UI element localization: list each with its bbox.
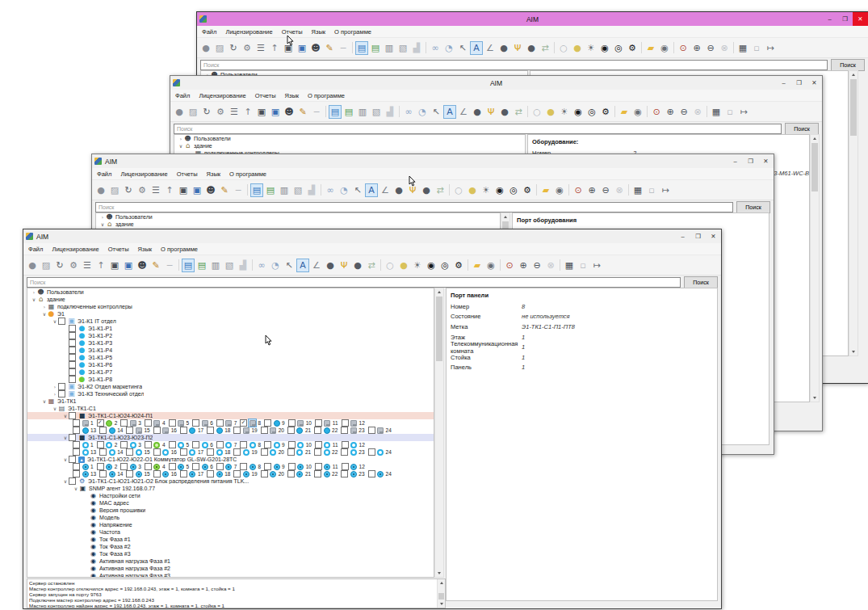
clipboard-icon[interactable]: ▧ bbox=[370, 105, 383, 119]
port-checkbox[interactable] bbox=[315, 441, 322, 448]
edit-pencil-icon[interactable]: ✎ bbox=[149, 259, 162, 272]
menu-item-Язык[interactable]: Язык bbox=[285, 92, 300, 99]
tree-node[interactable]: ›☻Пользователи bbox=[27, 288, 434, 296]
port-item[interactable]: 8 bbox=[240, 419, 261, 427]
zoom-in-icon[interactable]: ⊕ bbox=[517, 259, 530, 272]
port-checkbox[interactable] bbox=[287, 448, 295, 456]
tree-expander[interactable]: ∨ bbox=[73, 486, 79, 491]
port-item[interactable]: 22 bbox=[314, 470, 338, 477]
tree-expander[interactable]: › bbox=[31, 289, 37, 295]
port-item[interactable]: 5 bbox=[169, 441, 190, 448]
port-checkbox[interactable] bbox=[264, 441, 271, 448]
port-checkbox[interactable] bbox=[287, 427, 295, 434]
battery-icon[interactable]: ▤ bbox=[182, 259, 195, 272]
exit-icon[interactable]: ↦ bbox=[659, 183, 672, 197]
port-item[interactable]: 12 bbox=[342, 463, 365, 470]
tree-node[interactable]: ●Э1-К1-Р5 bbox=[27, 354, 434, 361]
port-checkbox[interactable] bbox=[341, 427, 348, 434]
port-item[interactable]: 14 bbox=[99, 470, 123, 477]
tree-node[interactable]: ∨●Э1 bbox=[27, 310, 434, 318]
clipboard-icon[interactable]: ▧ bbox=[223, 259, 236, 272]
port-checkbox[interactable] bbox=[314, 427, 321, 434]
wrench-yellow-icon[interactable]: Ψ bbox=[484, 105, 497, 119]
port-item[interactable]: 21 bbox=[287, 470, 311, 477]
search-input[interactable] bbox=[174, 124, 782, 134]
zoom-out-icon[interactable]: ⊖ bbox=[599, 183, 612, 197]
zoom-out-icon[interactable]: ⊖ bbox=[530, 259, 543, 272]
port-checkbox[interactable] bbox=[120, 419, 128, 427]
scroll-down-icon[interactable] bbox=[849, 348, 858, 355]
upload-icon[interactable]: ↑ bbox=[268, 41, 281, 55]
minimize-button[interactable]: – bbox=[776, 76, 791, 90]
doc-copy-icon[interactable]: ▥ bbox=[383, 41, 396, 55]
port-checkbox[interactable] bbox=[287, 470, 295, 477]
user-icon[interactable]: ☻ bbox=[204, 183, 217, 197]
tree-node[interactable]: ›☻Пользователи bbox=[174, 135, 525, 142]
titlebar[interactable]: AIM – ❐ ✕ bbox=[23, 229, 721, 243]
list-icon[interactable]: ☰ bbox=[254, 41, 267, 55]
refresh-icon[interactable]: ↻ bbox=[122, 183, 135, 197]
cursor-box-icon[interactable]: ↖ bbox=[456, 41, 469, 55]
maximize-button[interactable]: ❐ bbox=[791, 76, 807, 90]
scroll-down-icon[interactable] bbox=[438, 600, 445, 608]
tree-node[interactable]: ●Э1-К1-Р3 bbox=[27, 339, 434, 347]
port-item[interactable]: 19 bbox=[233, 470, 257, 477]
folder-yellow-icon[interactable]: ▰ bbox=[644, 41, 657, 55]
port-item[interactable]: 14 bbox=[99, 448, 123, 456]
folder-yellow-icon[interactable]: ▰ bbox=[539, 183, 552, 197]
scroll-up-icon[interactable] bbox=[501, 213, 509, 221]
menu-item-Файл[interactable]: Файл bbox=[175, 92, 190, 99]
list-icon[interactable]: ☰ bbox=[228, 105, 241, 119]
port-item[interactable]: 15 bbox=[126, 448, 149, 456]
port-item[interactable]: 12 bbox=[342, 419, 365, 427]
cursor-box-icon[interactable]: ↖ bbox=[283, 259, 296, 272]
refresh-icon[interactable]: ↻ bbox=[53, 259, 66, 272]
port-item[interactable]: 18 bbox=[207, 427, 230, 434]
letter-a-icon[interactable]: A bbox=[365, 183, 378, 197]
port-checkbox[interactable] bbox=[233, 427, 241, 434]
port-item[interactable]: 24 bbox=[368, 427, 392, 434]
zoom-red-icon[interactable]: ⊙ bbox=[572, 183, 585, 197]
scrollbar[interactable] bbox=[810, 134, 820, 402]
tree-expander[interactable]: ∨ bbox=[62, 435, 69, 440]
tree-node[interactable]: ◉Активная нагрузка Фаза #3 bbox=[27, 572, 434, 578]
monitor-blue-icon[interactable]: ▣ bbox=[191, 183, 203, 197]
globe-dark-icon[interactable]: ● bbox=[471, 105, 484, 119]
small-box-icon[interactable]: ▫ bbox=[723, 105, 736, 119]
port-checkbox[interactable] bbox=[73, 470, 80, 477]
dash-icon[interactable]: − bbox=[232, 183, 245, 197]
tree-node[interactable]: ◉Настройки сети bbox=[27, 492, 434, 499]
folder-yellow-icon[interactable]: ▰ bbox=[618, 105, 631, 119]
transfer-icon[interactable]: ⇄ bbox=[434, 183, 447, 197]
gauge-icon[interactable]: ◔ bbox=[338, 183, 350, 197]
tree-node[interactable]: ∨▦Э1-ТК1 bbox=[27, 398, 434, 405]
port-item[interactable]: 20 bbox=[261, 448, 284, 456]
gauge-icon[interactable]: ◔ bbox=[416, 105, 429, 119]
menu-item-Язык[interactable]: Язык bbox=[312, 28, 326, 36]
scroll-down-icon[interactable] bbox=[435, 570, 443, 577]
chart-icon[interactable]: ▟ bbox=[237, 259, 249, 272]
eye-icon[interactable]: ◉ bbox=[631, 105, 644, 119]
maximize-button[interactable]: ❐ bbox=[690, 229, 706, 243]
monitor-dark-icon[interactable]: ▣ bbox=[255, 105, 268, 119]
exit-icon[interactable]: ↦ bbox=[737, 105, 750, 119]
titlebar[interactable]: AIM – ❐ ✕ bbox=[197, 12, 868, 26]
port-item[interactable]: 18 bbox=[207, 470, 230, 477]
port-checkbox[interactable] bbox=[314, 470, 321, 477]
user-icon[interactable]: ☻ bbox=[309, 41, 322, 55]
port-checkbox[interactable] bbox=[207, 427, 214, 434]
port-item[interactable]: 9 bbox=[264, 463, 285, 470]
port-checkbox[interactable] bbox=[288, 419, 296, 427]
grid-dark-icon[interactable]: ▦ bbox=[710, 105, 723, 119]
transfer-icon[interactable]: ⇄ bbox=[539, 41, 551, 55]
tree-node[interactable]: ◉Напряжение bbox=[27, 521, 434, 528]
doc-copy-icon[interactable]: ▥ bbox=[278, 183, 291, 197]
port-item[interactable]: 16 bbox=[153, 427, 177, 434]
port-item[interactable]: 15 bbox=[126, 470, 149, 477]
port-item[interactable]: 20 bbox=[261, 427, 284, 434]
list-icon[interactable]: ☰ bbox=[149, 183, 162, 197]
log-scrollbar[interactable] bbox=[437, 579, 445, 608]
tree-checkbox[interactable] bbox=[69, 339, 76, 347]
tree-port-row[interactable]: 131415161718192021222324 bbox=[27, 448, 434, 456]
power-black-icon[interactable]: ◉ bbox=[493, 183, 506, 197]
